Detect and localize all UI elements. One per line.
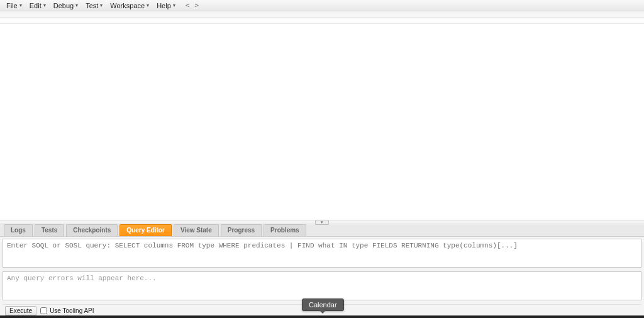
menu-help-label: Help [157,2,171,9]
tab-logs[interactable]: Logs [4,224,33,236]
caret-icon: ▾ [75,3,78,8]
tooling-api-label: Use Tooling API [50,307,94,314]
menu-edit-label: Edit [30,2,42,9]
caret-icon: ▾ [19,3,22,8]
menu-file-label: File [6,2,18,9]
caret-icon: ▾ [173,3,175,8]
query-input[interactable] [3,239,641,268]
query-errors-box: Any query errors will appear here... [3,271,641,300]
editor-area [0,24,644,220]
chevron-right-icon: > [194,1,199,9]
calendar-tooltip: Calendar [302,298,344,311]
menu-file[interactable]: File ▾ [3,0,26,11]
tooltip-text: Calendar [309,301,337,309]
menubar: File ▾ Edit ▾ Debug ▾ Test ▾ Workspace ▾… [0,0,644,11]
panel-splitter[interactable]: ▾ [0,220,644,224]
bottom-tab-row: Logs Tests Checkpoints Query Editor View… [0,224,644,237]
tab-query-editor-label: Query Editor [126,227,165,234]
tab-view-state[interactable]: View State [174,224,219,236]
menu-workspace-label: Workspace [110,2,145,9]
menu-help[interactable]: Help ▾ [153,0,179,11]
tooling-api-checkbox[interactable] [40,307,47,314]
toolbar-strip [0,11,644,18]
menu-workspace[interactable]: Workspace ▾ [106,0,153,11]
menu-test[interactable]: Test ▾ [82,0,106,11]
splitter-handle-icon[interactable]: ▾ [315,220,329,225]
tab-query-editor[interactable]: Query Editor [119,224,172,236]
tab-problems[interactable]: Problems [264,224,306,236]
tab-progress-label: Progress [228,227,255,234]
tooling-api-wrapper[interactable]: Use Tooling API [40,307,94,314]
caret-icon: ▾ [147,3,149,8]
tab-tests[interactable]: Tests [35,224,64,236]
tab-view-state-label: View State [180,227,212,234]
menu-debug[interactable]: Debug ▾ [50,0,82,11]
execute-button[interactable]: Execute [5,306,36,315]
tabstrip-empty [0,18,644,24]
tab-checkpoints-label: Checkpoints [73,227,111,234]
tab-problems-label: Problems [270,227,299,234]
caret-icon: ▾ [43,3,46,8]
menu-debug-label: Debug [53,2,74,9]
menu-test-label: Test [86,2,98,9]
tab-progress[interactable]: Progress [221,224,262,236]
nav-prev-button[interactable]: < [183,1,192,9]
tab-tests-label: Tests [42,227,57,234]
taskbar-edge [0,315,644,318]
caret-icon: ▾ [100,3,103,8]
tab-checkpoints[interactable]: Checkpoints [66,224,118,236]
menu-edit[interactable]: Edit ▾ [26,0,50,11]
nav-next-button[interactable]: > [192,1,201,9]
tab-logs-label: Logs [11,227,26,234]
chevron-left-icon: < [186,1,190,9]
